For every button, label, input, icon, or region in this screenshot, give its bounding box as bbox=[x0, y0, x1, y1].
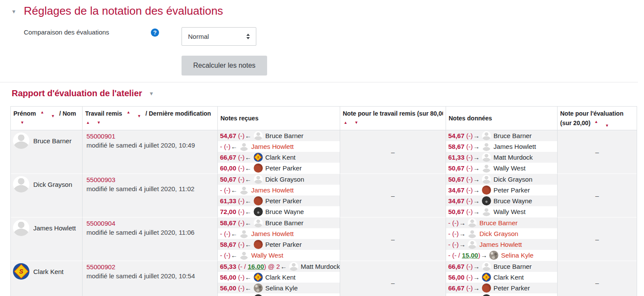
user-name-link[interactable]: James Howlett bbox=[251, 186, 293, 194]
override-grade-link[interactable]: 16,00 bbox=[248, 263, 264, 270]
default-avatar[interactable] bbox=[254, 218, 263, 227]
default-avatar[interactable] bbox=[289, 262, 298, 271]
user-name-link[interactable]: Wally West bbox=[494, 208, 526, 215]
default-avatar[interactable] bbox=[482, 142, 491, 151]
user-name-link[interactable]: Dick Grayson bbox=[265, 176, 304, 183]
user-name-link[interactable]: Bruce Barner bbox=[479, 219, 517, 227]
user-name-link[interactable]: Matt Murdock bbox=[494, 154, 533, 161]
arrow-left-icon: ← bbox=[245, 164, 252, 172]
user-name-link[interactable]: James Howlett bbox=[494, 143, 536, 150]
participant-name-link[interactable]: Bruce Barner bbox=[33, 137, 71, 145]
batman-avatar[interactable] bbox=[254, 207, 263, 216]
default-avatar[interactable] bbox=[468, 218, 477, 227]
spiderman-avatar[interactable] bbox=[254, 240, 263, 249]
user-name-link[interactable]: Bruce Wayne bbox=[494, 197, 532, 205]
user-name-link[interactable]: Peter Parker bbox=[265, 197, 302, 205]
sort-desc-icon[interactable]: ▼ bbox=[137, 114, 141, 118]
default-avatar[interactable] bbox=[468, 229, 477, 238]
default-avatar[interactable] bbox=[482, 207, 491, 216]
help-icon[interactable]: ? bbox=[151, 28, 159, 37]
participant-name-link[interactable]: James Howlett bbox=[33, 224, 76, 232]
batman-avatar[interactable] bbox=[482, 294, 491, 296]
grade-detail-part: (-) bbox=[465, 154, 473, 161]
default-avatar[interactable] bbox=[482, 131, 491, 140]
sort-asc-icon[interactable]: ▲ bbox=[40, 110, 44, 114]
user-name-link[interactable]: Dick Grayson bbox=[494, 176, 532, 183]
default-avatar[interactable] bbox=[482, 164, 491, 173]
user-name-link[interactable]: Peter Parker bbox=[494, 186, 530, 194]
default-avatar[interactable] bbox=[239, 142, 249, 151]
default-avatar[interactable] bbox=[239, 229, 249, 238]
default-avatar[interactable] bbox=[239, 251, 249, 260]
user-name-link[interactable]: Clark Kent bbox=[265, 154, 296, 161]
user-name-link[interactable]: Selina Kyle bbox=[501, 252, 533, 259]
arrow-right-icon: → bbox=[473, 274, 480, 281]
spiderman-avatar[interactable] bbox=[254, 164, 263, 173]
catwoman-avatar[interactable] bbox=[254, 283, 263, 293]
user-name-link[interactable]: Peter Parker bbox=[265, 241, 302, 248]
sort-asc-icon[interactable]: ▲ bbox=[127, 110, 131, 114]
default-avatar[interactable] bbox=[482, 153, 491, 162]
default-avatar[interactable] bbox=[254, 131, 263, 140]
user-name-link[interactable]: Bruce Barner bbox=[265, 132, 303, 139]
batman-avatar[interactable] bbox=[482, 196, 491, 205]
default-avatar[interactable] bbox=[13, 132, 29, 149]
user-name-link[interactable]: Bruce Barner bbox=[494, 263, 532, 270]
user-name-link[interactable]: Wally West bbox=[251, 252, 283, 259]
superman-avatar[interactable] bbox=[254, 153, 263, 162]
user-name-link[interactable]: Bruce Wayne bbox=[265, 208, 304, 215]
arrow-left-icon: ← bbox=[245, 197, 252, 205]
superman-avatar[interactable] bbox=[13, 263, 29, 280]
comparison-select[interactable]: Normal bbox=[182, 27, 256, 46]
superman-avatar[interactable] bbox=[482, 273, 491, 282]
submission-link[interactable]: 55000901 bbox=[86, 132, 115, 140]
sort-desc-icon[interactable]: ▼ bbox=[97, 121, 101, 125]
batman-avatar[interactable] bbox=[254, 294, 263, 296]
spiderman-avatar[interactable] bbox=[482, 283, 491, 293]
superman-avatar[interactable] bbox=[254, 273, 263, 282]
grade-text: 58,67 (-) bbox=[220, 241, 245, 248]
user-name-link[interactable]: Selina Kyle bbox=[265, 284, 298, 292]
sort-desc-icon[interactable]: ▼ bbox=[354, 121, 358, 125]
user-name-link[interactable]: Peter Parker bbox=[494, 284, 530, 292]
given-assessment-item: 34,67 (-)→Bruce Wayne bbox=[446, 195, 557, 206]
user-name-link[interactable]: James Howlett bbox=[251, 143, 293, 150]
default-avatar[interactable] bbox=[254, 175, 263, 184]
user-name-link[interactable]: Matt Murdock bbox=[301, 263, 340, 270]
default-avatar[interactable] bbox=[13, 220, 29, 236]
sort-asc-icon[interactable]: ▲ bbox=[344, 121, 348, 125]
participant-name-link[interactable]: Clark Kent bbox=[33, 268, 64, 275]
sort-desc-icon[interactable]: ▼ bbox=[20, 121, 24, 125]
catwoman-avatar[interactable] bbox=[489, 251, 498, 260]
sort-desc-icon[interactable]: ▼ bbox=[605, 124, 609, 128]
sort-asc-icon[interactable]: ▲ bbox=[594, 120, 598, 124]
grade-text: 58,67 (-) bbox=[220, 219, 245, 227]
report-menu-caret-icon[interactable]: ▼ bbox=[149, 91, 154, 97]
arrow-left-icon: ← bbox=[231, 186, 237, 194]
user-name-link[interactable]: Dick Grayson bbox=[479, 230, 518, 237]
recalculate-button[interactable]: Recalculer les notes bbox=[182, 56, 267, 76]
sort-asc-icon[interactable]: ▲ bbox=[86, 121, 90, 125]
submission-link[interactable]: 55000904 bbox=[86, 220, 115, 227]
default-avatar[interactable] bbox=[482, 175, 491, 184]
spiderman-avatar[interactable] bbox=[482, 186, 491, 195]
spiderman-avatar[interactable] bbox=[254, 196, 263, 205]
submission-link[interactable]: 55000902 bbox=[86, 263, 115, 271]
user-name-link[interactable]: Bruce Barner bbox=[265, 219, 303, 227]
default-avatar[interactable] bbox=[482, 262, 491, 271]
user-name-link[interactable]: Bruce Barner bbox=[494, 132, 532, 139]
default-avatar[interactable] bbox=[13, 176, 29, 192]
user-name-link[interactable]: Clark Kent bbox=[265, 274, 296, 281]
collapse-caret-icon[interactable]: ▼ bbox=[11, 9, 16, 15]
participant-name-link[interactable]: Dick Grayson bbox=[33, 181, 72, 188]
user-name-link[interactable]: Clark Kent bbox=[494, 274, 524, 281]
default-avatar[interactable] bbox=[239, 186, 249, 195]
default-avatar[interactable] bbox=[468, 240, 477, 249]
sort-desc-icon[interactable]: ▼ bbox=[51, 114, 55, 118]
user-name-link[interactable]: Peter Parker bbox=[265, 164, 302, 172]
override-grade-link[interactable]: 15,00 bbox=[462, 252, 478, 259]
user-name-link[interactable]: James Howlett bbox=[479, 241, 522, 248]
user-name-link[interactable]: James Howlett bbox=[251, 230, 293, 237]
submission-link[interactable]: 55000903 bbox=[86, 176, 115, 183]
user-name-link[interactable]: Wally West bbox=[494, 164, 526, 172]
